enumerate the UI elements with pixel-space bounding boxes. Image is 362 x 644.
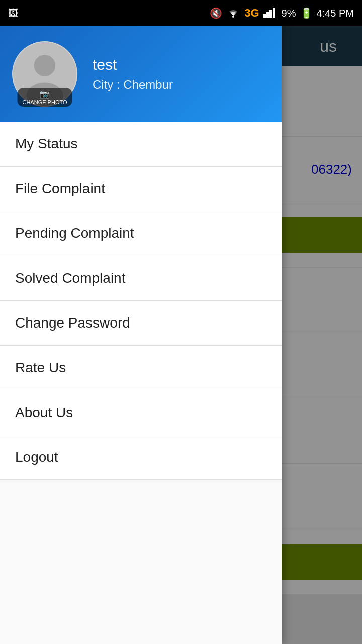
svg-point-0 bbox=[232, 16, 234, 18]
dim-overlay[interactable] bbox=[282, 26, 362, 644]
battery-icon: 🔋 bbox=[300, 7, 313, 19]
user-name: test bbox=[93, 56, 173, 73]
svg-rect-4 bbox=[273, 8, 275, 18]
user-info: test City : Chembur bbox=[93, 56, 173, 92]
svg-rect-2 bbox=[266, 12, 269, 18]
menu-item-solved-complaint-label: Solved Complaint bbox=[15, 270, 125, 286]
menu-item-change-password-label: Change Password bbox=[15, 315, 130, 331]
status-bar: 🖼 🔇 3G 9% 🔋 4:45 PM bbox=[0, 0, 362, 26]
menu-item-file-complaint-label: File Complaint bbox=[15, 181, 105, 196]
menu-item-solved-complaint[interactable]: Solved Complaint bbox=[0, 256, 282, 301]
clock: 4:45 PM bbox=[317, 8, 354, 19]
camera-icon: 📷 bbox=[40, 89, 50, 99]
menu-item-change-password[interactable]: Change Password bbox=[0, 301, 282, 346]
menu-item-rate-us-label: Rate Us bbox=[15, 360, 66, 375]
menu-item-about-us-label: About Us bbox=[15, 405, 73, 420]
menu-item-file-complaint[interactable]: File Complaint bbox=[0, 167, 282, 211]
wifi-icon bbox=[226, 7, 240, 20]
user-city: City : Chembur bbox=[93, 77, 173, 92]
menu-item-logout-label: Logout bbox=[15, 449, 58, 465]
avatar-container[interactable]: 📷 CHANGE PHOTO bbox=[12, 41, 77, 107]
menu-item-rate-us[interactable]: Rate Us bbox=[0, 346, 282, 390]
svg-rect-3 bbox=[269, 10, 272, 18]
photo-icon: 🖼 bbox=[8, 8, 18, 19]
menu-item-pending-complaint[interactable]: Pending Complaint bbox=[0, 211, 282, 256]
drawer-header: 📷 CHANGE PHOTO test City : Chembur bbox=[0, 26, 282, 122]
signal-icon bbox=[263, 7, 278, 20]
svg-rect-1 bbox=[263, 14, 266, 18]
menu-item-pending-complaint-label: Pending Complaint bbox=[15, 225, 134, 241]
change-photo-label: CHANGE PHOTO bbox=[22, 99, 67, 105]
network-indicator: 3G bbox=[244, 7, 259, 20]
drawer-menu: My Status File Complaint Pending Complai… bbox=[0, 122, 282, 644]
change-photo-badge[interactable]: 📷 CHANGE PHOTO bbox=[17, 88, 72, 107]
navigation-drawer: 📷 CHANGE PHOTO test City : Chembur My St… bbox=[0, 26, 282, 644]
drawer-overlay: 📷 CHANGE PHOTO test City : Chembur My St… bbox=[0, 26, 362, 644]
battery-percentage: 9% bbox=[282, 8, 296, 19]
mute-icon: 🔇 bbox=[210, 7, 222, 19]
menu-item-about-us[interactable]: About Us bbox=[0, 390, 282, 435]
menu-item-my-status-label: My Status bbox=[15, 136, 77, 151]
menu-item-logout[interactable]: Logout bbox=[0, 435, 282, 480]
svg-point-6 bbox=[34, 55, 56, 76]
menu-item-my-status[interactable]: My Status bbox=[0, 122, 282, 167]
